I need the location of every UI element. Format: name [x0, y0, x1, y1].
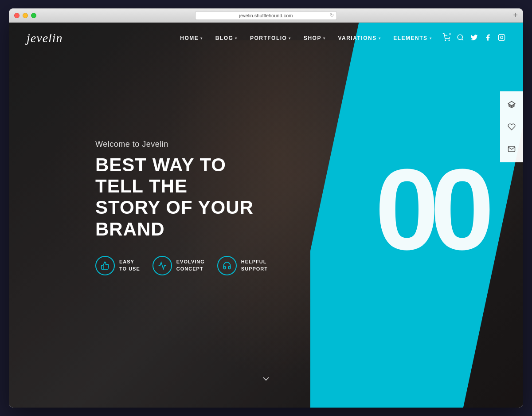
nav-item-blog[interactable]: BLOG ▾ — [215, 35, 238, 41]
envelope-icon[interactable] — [505, 142, 519, 156]
url-text: jevelin.shufflehound.com — [239, 13, 293, 18]
new-tab-button[interactable]: + — [513, 11, 518, 20]
traffic-lights — [14, 13, 36, 18]
chevron-down-icon: ▾ — [430, 36, 432, 40]
badge-easy-to-use: EASY TO USE — [95, 256, 140, 275]
welcome-text: Welcome to Jevelin — [95, 140, 273, 149]
feature-badges: EASY TO USE EVOLVING CONCEPT — [95, 256, 273, 275]
pulse-icon — [153, 256, 172, 275]
chevron-down-icon: ▾ — [379, 36, 381, 40]
nav-item-variations[interactable]: VARIATIONS ▾ — [338, 35, 381, 41]
svg-point-1 — [445, 40, 446, 41]
chevron-down-icon: ▾ — [289, 36, 291, 40]
nav-label-elements: ELEMENTS — [393, 35, 427, 41]
cart-icon[interactable]: 0 — [442, 33, 450, 43]
facebook-icon[interactable] — [484, 34, 492, 43]
hero-title-line2: STORY OF YOUR BRAND — [95, 197, 254, 239]
navbar: jevelin HOME ▾ BLOG ▾ PORTFOLIO ▾ SHOP ▾ — [9, 23, 523, 54]
hero-title: BEST WAY TO TELL THE STORY OF YOUR BRAND — [95, 154, 273, 240]
headphones-icon — [217, 256, 237, 275]
cart-badge: 0 — [447, 31, 453, 37]
nav-links: HOME ▾ BLOG ▾ PORTFOLIO ▾ SHOP ▾ VARIATI… — [180, 35, 432, 41]
svg-point-2 — [449, 40, 450, 41]
twitter-icon[interactable] — [470, 34, 478, 43]
right-side-panel — [500, 91, 523, 162]
scroll-down-indicator[interactable] — [261, 373, 271, 386]
nav-item-home[interactable]: HOME ▾ — [180, 35, 203, 41]
layers-icon[interactable] — [505, 98, 519, 112]
badge-evolving-text: EVOLVING CONCEPT — [176, 259, 205, 272]
minimize-button[interactable] — [23, 13, 28, 18]
refresh-icon[interactable]: ↻ — [330, 12, 334, 18]
chevron-down-icon: ▾ — [323, 36, 326, 40]
thumbs-up-icon — [95, 256, 115, 275]
svg-line-4 — [462, 39, 463, 40]
instagram-icon[interactable] — [498, 34, 505, 43]
chevron-down-icon: ▾ — [235, 36, 238, 40]
nav-item-elements[interactable]: ELEMENTS ▾ — [393, 35, 432, 41]
nav-item-portfolio[interactable]: PORTFOLIO ▾ — [250, 35, 291, 41]
badge-support: HELPFUL SUPPORT — [217, 256, 268, 275]
badge-easy-text: EASY TO USE — [119, 259, 140, 272]
nav-label-variations: VARIATIONS — [338, 35, 376, 41]
chevron-down-icon: ▾ — [200, 36, 203, 40]
search-icon[interactable] — [457, 34, 464, 43]
nav-label-blog: BLOG — [215, 35, 234, 41]
nav-item-shop[interactable]: SHOP ▾ — [304, 35, 326, 41]
browser-window: jevelin.shufflehound.com ↻ + 00 — [9, 8, 523, 408]
url-bar[interactable]: jevelin.shufflehound.com ↻ — [195, 11, 337, 20]
website-container: 00 je — [9, 23, 523, 408]
close-button[interactable] — [14, 13, 20, 18]
nav-label-shop: SHOP — [304, 35, 321, 41]
badge-support-text: HELPFUL SUPPORT — [241, 259, 268, 272]
badge-evolving: EVOLVING CONCEPT — [153, 256, 205, 275]
svg-rect-5 — [498, 34, 505, 40]
hero-title-line1: BEST WAY TO TELL THE — [95, 154, 226, 196]
site-logo[interactable]: jevelin — [27, 31, 63, 45]
svg-point-3 — [458, 35, 462, 39]
hero-content: Welcome to Jevelin BEST WAY TO TELL THE … — [95, 140, 273, 275]
heart-icon[interactable] — [505, 120, 519, 134]
maximize-button[interactable] — [31, 13, 36, 18]
nav-label-home: HOME — [180, 35, 199, 41]
nav-label-portfolio: PORTFOLIO — [250, 35, 287, 41]
title-bar: jevelin.shufflehound.com ↻ + — [9, 8, 523, 23]
nav-icons: 0 — [442, 33, 505, 43]
